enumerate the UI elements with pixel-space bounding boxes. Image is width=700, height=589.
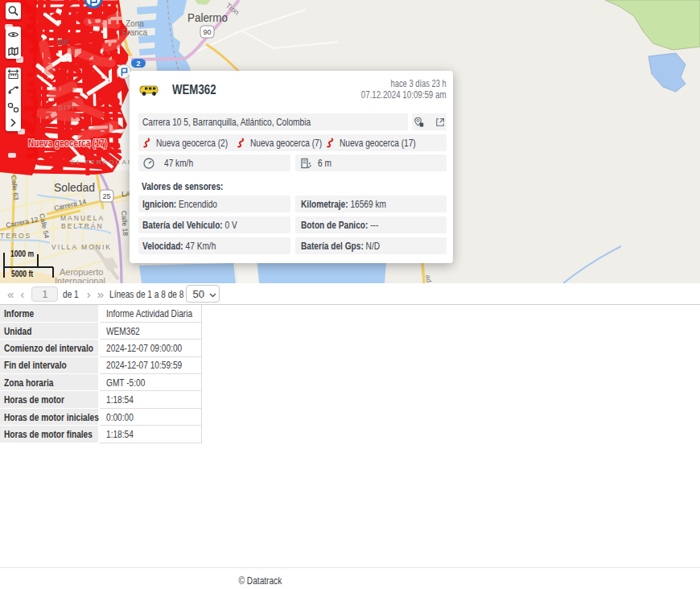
svg-text:Zona: Zona [126, 19, 144, 28]
svg-text:MANUELA: MANUELA [60, 214, 105, 222]
svg-text:Nueva geocerca (17): Nueva geocerca (17) [28, 138, 107, 149]
svg-text:Soledad: Soledad [54, 181, 95, 194]
svg-text:ad: ad [424, 274, 434, 283]
svg-text:BELTRÁN: BELTRÁN [61, 222, 104, 230]
svg-text:Palermo: Palermo [187, 11, 228, 24]
svg-text:Sur: Sur [56, 37, 69, 46]
svg-text:90: 90 [203, 28, 211, 36]
svg-text:Franca: Franca [122, 28, 148, 37]
svg-text:EL FERROCAR: EL FERROCAR [71, 159, 134, 166]
svg-text:2: 2 [136, 60, 140, 68]
svg-text:25: 25 [102, 192, 110, 200]
svg-text:SITI: SITI [58, 104, 76, 112]
svg-text:TEROS: TEROS [0, 232, 31, 240]
